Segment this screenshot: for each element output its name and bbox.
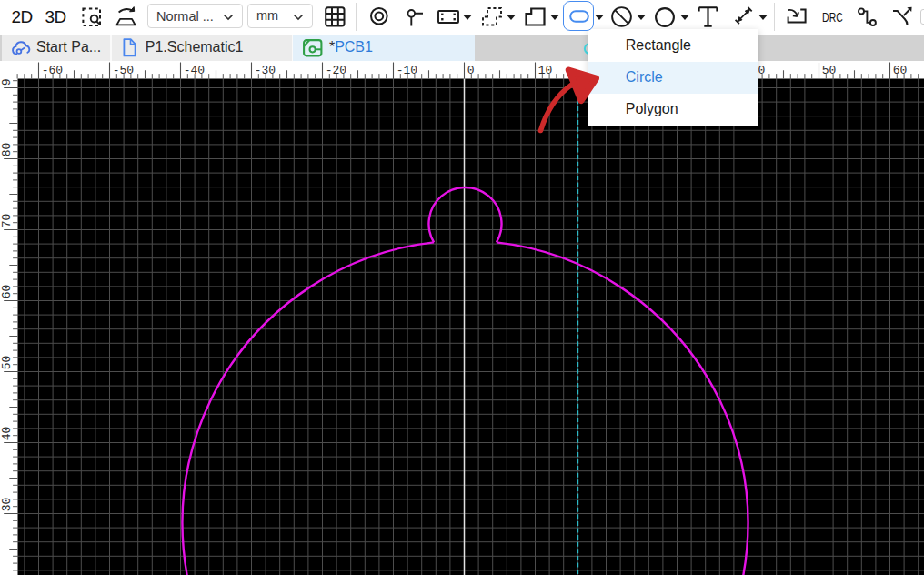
svg-text:-20: -20 (326, 64, 346, 77)
svg-text:-10: -10 (397, 64, 417, 77)
svg-text:-30: -30 (255, 64, 276, 77)
svg-text:70: 70 (0, 214, 14, 228)
svg-text:80: 80 (0, 143, 14, 157)
svg-text:50: 50 (822, 64, 837, 77)
svg-text:-60: -60 (42, 64, 63, 77)
svg-text:40: 40 (0, 427, 14, 441)
svg-text:10: 10 (538, 64, 553, 77)
svg-text:50: 50 (0, 356, 14, 370)
svg-text:30: 30 (0, 498, 14, 512)
svg-text:-40: -40 (184, 64, 205, 77)
svg-text:0: 0 (467, 64, 475, 77)
svg-text:60: 60 (0, 285, 14, 299)
svg-text:-50: -50 (113, 64, 134, 77)
svg-text:60: 60 (893, 64, 908, 77)
